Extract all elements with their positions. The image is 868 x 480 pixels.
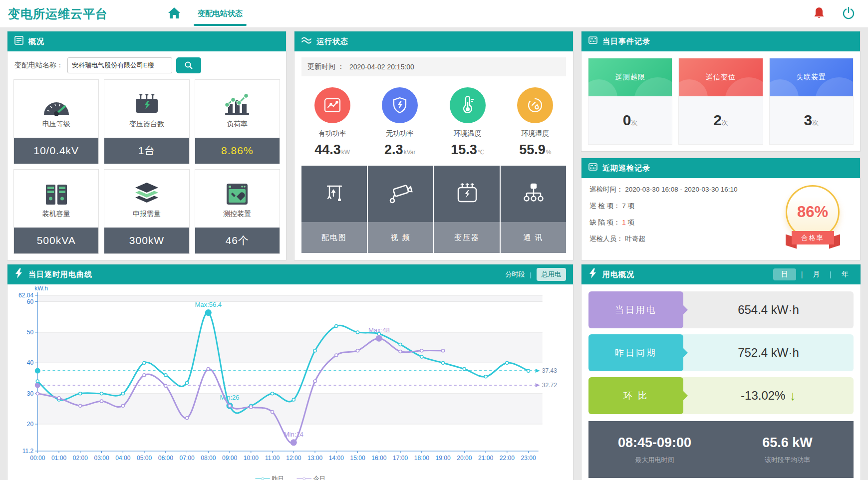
legend-yesterday[interactable]: —○—昨日 (255, 475, 284, 480)
panel-status-title: 运行状态 (316, 37, 348, 46)
communication-button[interactable]: 通 讯 (501, 166, 566, 253)
pass-rate-value: 86% (797, 203, 828, 221)
svg-text:21:00: 21:00 (478, 455, 493, 462)
card-label: 申报需量 (104, 206, 189, 228)
svg-text:20: 20 (27, 421, 34, 428)
meter-icon (588, 36, 597, 47)
svg-text:12:00: 12:00 (286, 455, 301, 462)
card-declared-demand: 申报需量 300kW (104, 169, 189, 254)
svg-text:22:00: 22:00 (500, 455, 515, 462)
svg-text:19:00: 19:00 (435, 455, 450, 462)
load-chart-icon (195, 80, 280, 116)
card-value: 10/0.4kV (14, 138, 98, 164)
app-title: 变电所运维云平台 (8, 6, 108, 22)
panel-usage-summary: 用电概况 日 | 月 | 年 当日用电 654.4 kW·h (581, 264, 861, 480)
metric-value: 2.3 (384, 142, 403, 157)
search-button[interactable] (176, 57, 201, 73)
card-voltage-level: 电压等级 10/0.4kV (13, 79, 99, 164)
event-card-title: 遥信变位 (679, 58, 762, 96)
action-label: 配电图 (301, 222, 367, 253)
tab-month[interactable]: 月 (808, 269, 825, 280)
main-nav: 变配电站状态 (168, 0, 243, 27)
transformer-icon (104, 80, 189, 116)
svg-text:37.43: 37.43 (542, 367, 557, 374)
hourly-usage-line-chart[interactable]: 11.2203040506062.0400:0001:0002:0003:000… (12, 286, 568, 472)
tab-substation-status[interactable]: 变配电站状态 (198, 0, 243, 27)
panel-usage-chart: 当日逐时用电曲线 分时段 | 总用电 11.2203040506062.0400… (7, 264, 574, 480)
usage-rows: 当日用电 654.4 kW·h 昨日同期 752.4 kW·h 环 比 -13.… (588, 291, 854, 414)
video-button[interactable]: 视 频 (368, 166, 433, 253)
svg-text:00:00: 00:00 (30, 455, 45, 462)
usage-row-value: 654.4 kW·h (683, 291, 854, 328)
tab-year[interactable]: 年 (837, 269, 854, 280)
svg-text:17:00: 17:00 (393, 455, 408, 462)
panel-overview: 概况 变配电站名称： 电压等级 10/0.4kV (7, 31, 287, 260)
reactive-power-icon (382, 87, 418, 123)
metric-ambient-temperature: 环境温度 15.3℃ (434, 87, 502, 158)
card-installed-capacity: 装机容量 500kVA (13, 169, 99, 254)
transformer-button[interactable]: 变压器 (434, 166, 500, 253)
temperature-icon (450, 87, 486, 123)
svg-text:14:00: 14:00 (329, 455, 344, 462)
inspection-details: 巡检时间： 2020-03-30 16:08 - 2020-03-30 16:1… (589, 185, 770, 255)
usage-row-label: 环 比 (588, 377, 683, 414)
panel-overview-title: 概况 (28, 37, 44, 46)
legend-today[interactable]: —○—今日 (297, 475, 325, 480)
svg-text:04:00: 04:00 (115, 455, 130, 462)
event-unit: 次 (722, 118, 728, 127)
action-label: 变压器 (434, 222, 500, 253)
event-unit: 次 (631, 118, 638, 127)
list-icon (14, 36, 23, 47)
card-label: 电压等级 (14, 116, 98, 138)
tab-day[interactable]: 日 (773, 268, 796, 280)
svg-text:11.2: 11.2 (22, 448, 34, 455)
inspection-items-line: 巡 检 项： 7 项 (589, 202, 770, 211)
card-value: 500kVA (14, 228, 98, 253)
usage-row-label: 当日用电 (588, 291, 683, 328)
card-value: 300kW (104, 228, 189, 253)
servers-icon (14, 170, 98, 206)
inspection-time-line: 巡检时间： 2020-03-30 16:08 - 2020-03-30 16:1… (589, 185, 770, 194)
gauge-icon (14, 80, 98, 116)
event-card-signal[interactable]: 遥信变位 2次 (678, 58, 763, 145)
distribution-diagram-icon (301, 166, 367, 222)
usage-row-yesterday: 昨日同期 752.4 kW·h (588, 334, 854, 371)
update-time-value: 2020-04-02 20:15:00 (349, 63, 414, 71)
svg-text:13:00: 13:00 (307, 455, 322, 462)
card-value: 1台 (104, 138, 189, 164)
svg-text:30: 30 (27, 390, 34, 397)
event-card-title: 失联装置 (770, 58, 853, 96)
svg-text:10:00: 10:00 (244, 455, 259, 462)
transformer-box-icon (434, 166, 500, 222)
usage-row-label: 昨日同期 (588, 334, 683, 371)
panel-inspection: 近期巡检记录 巡检时间： 2020-03-30 16:08 - 2020-03-… (581, 158, 861, 260)
update-time-label: 更新时间 ： (307, 62, 344, 71)
station-name-input[interactable] (67, 57, 172, 73)
toggle-by-period[interactable]: 分时段 (506, 270, 525, 279)
metric-unit: kW (341, 149, 350, 156)
svg-text:Max:56.4: Max:56.4 (195, 301, 222, 308)
event-unit: 次 (812, 118, 819, 127)
svg-text:02:00: 02:00 (73, 455, 88, 462)
svg-text:kW.h: kW.h (34, 286, 48, 292)
power-icon[interactable] (842, 6, 855, 21)
event-card-offline[interactable]: 失联装置 3次 (769, 58, 854, 145)
bell-icon[interactable] (813, 6, 825, 21)
device-icon (195, 170, 280, 206)
metric-label: 有功功率 (318, 129, 346, 138)
card-value: 8.86% (195, 138, 280, 164)
action-label: 通 讯 (501, 222, 566, 253)
usage-title: 用电概况 (602, 270, 634, 279)
metric-value: 44.3 (314, 142, 341, 157)
usage-row-today: 当日用电 654.4 kW·h (588, 291, 854, 328)
inspection-defects-line: 缺 陷 项： 1 项 (589, 218, 770, 227)
svg-text:09:00: 09:00 (222, 455, 237, 462)
pulse-icon (301, 36, 311, 46)
home-icon[interactable] (168, 7, 181, 21)
toggle-total[interactable]: 总用电 (537, 268, 566, 281)
event-card-telemetry[interactable]: 遥测越限 0次 (588, 58, 672, 145)
distribution-diagram-button[interactable]: 配电图 (301, 166, 367, 253)
meter-icon (588, 163, 597, 174)
svg-text:Max:48: Max:48 (368, 326, 390, 334)
chart-mode-toggle: 分时段 | 总用电 (506, 268, 566, 281)
